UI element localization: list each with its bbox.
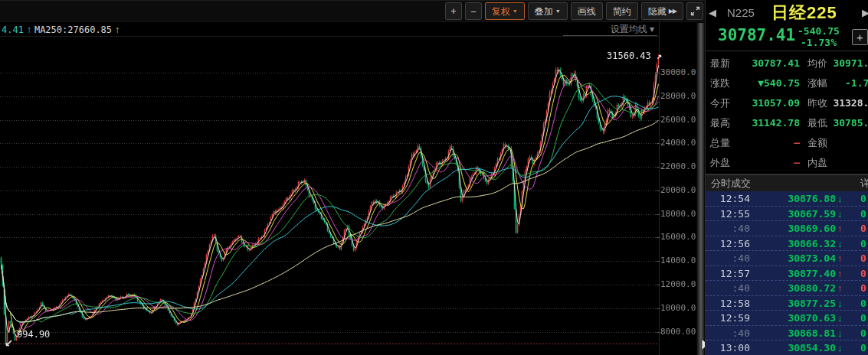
tape-detail-link[interactable]: 详情 — [860, 177, 868, 191]
quote-cell: 昨收31328.16 — [807, 93, 868, 113]
overlay-button[interactable]: 叠加▼ — [528, 2, 568, 20]
chevron-down-icon: ▼ — [513, 8, 518, 14]
tick-down-arrow-icon: ↓ — [837, 311, 850, 326]
tape-row[interactable]: 12:5430876.88↓0 — [706, 191, 868, 207]
quote-value: -1.73% — [830, 73, 868, 93]
tape-price: 30868.81 — [771, 326, 836, 341]
draw-line-button[interactable]: 画线 — [571, 2, 603, 20]
tape-row[interactable]: 12:5930870.63↓0 — [706, 311, 868, 326]
quote-value: 31328.16 — [830, 93, 868, 113]
tape-row[interactable]: 12:5830877.25↓0 — [706, 296, 868, 311]
up-arrow-icon: ↑ — [115, 24, 120, 35]
tape-time: :40 — [710, 251, 750, 266]
arrow-down-left-icon: ↙ — [5, 337, 13, 349]
y-axis-label: 12000.00 — [660, 279, 694, 289]
tape-price: 30869.60 — [771, 221, 836, 236]
quote-label: 金额 — [807, 133, 830, 153]
simple-mode-button[interactable]: 简约 — [606, 2, 638, 20]
adjust-price-button[interactable]: 复权▼ — [485, 2, 525, 20]
ma250-value: MA250:27660.85 — [34, 24, 112, 35]
tape-row[interactable]: :4030869.60↑0 — [706, 221, 868, 236]
tape-volume: 0 — [860, 251, 866, 266]
candlestick-chart[interactable] — [0, 37, 659, 355]
tape-price: 30873.04 — [771, 251, 836, 266]
tape-row[interactable]: :4030873.04↑0 — [706, 251, 868, 266]
chevron-down-icon: ▾ — [650, 24, 654, 34]
tape-row[interactable]: 12:5630866.32↓0 — [706, 236, 868, 252]
y-axis-label: 14000.00 — [660, 256, 694, 265]
quote-label: 昨收 — [807, 93, 830, 113]
y-axis-label: 18000.00 — [660, 209, 694, 219]
quote-cell: 总量— — [706, 133, 807, 153]
hide-button[interactable]: 隐藏▶▶ — [641, 2, 683, 20]
quote-cell: 外盘— — [706, 153, 807, 173]
tape-price: 30854.30 — [771, 340, 836, 355]
tape-volume: 0 — [860, 281, 866, 296]
quote-cell: 最低30785.98 — [807, 113, 868, 133]
next-symbol-button[interactable]: ▶ — [862, 7, 868, 19]
y-axis-label: 8000.00 — [660, 327, 694, 337]
tick-down-arrow-icon: ↓ — [837, 326, 850, 341]
quote-value: ▼540.75 — [736, 73, 807, 93]
y-axis-label: 26000.00 — [660, 115, 694, 125]
quote-label: 涨跌 — [706, 73, 736, 93]
tape-price: 30880.72 — [771, 281, 836, 296]
quote-label: 最新 — [706, 54, 736, 73]
tape-row[interactable]: :4030868.81↓0 — [706, 326, 868, 341]
tape-volume: 0 — [860, 296, 866, 311]
tape-volume: 0 — [860, 266, 866, 282]
tape-time: 13:00 — [710, 340, 750, 355]
ma-settings-link[interactable]: 设置均线 ▾ — [563, 23, 657, 36]
tape-volume: 0 — [860, 191, 866, 207]
price-change-percent: -1.73% — [801, 37, 837, 48]
quote-label: 最高 — [706, 113, 736, 133]
zoom-in-button[interactable]: + — [445, 2, 462, 20]
chart-toolbar: + − 复权▼ 叠加▼ 画线 简约 隐藏▶▶ — [0, 0, 705, 22]
prev-symbol-button[interactable]: ◀ — [709, 7, 719, 19]
tape-time: 12:56 — [710, 236, 750, 252]
quote-cell: 涨跌▼540.75 — [706, 73, 807, 93]
symbol-code: N225 — [727, 6, 755, 19]
tape-time: :40 — [710, 281, 750, 296]
tape-price: 30866.32 — [771, 236, 836, 252]
tape-title: 分时成交 — [711, 177, 751, 191]
tick-down-arrow-icon: ↓ — [837, 207, 850, 222]
fullscreen-button[interactable] — [686, 2, 703, 20]
quote-label: 总量 — [706, 133, 736, 153]
tick-up-arrow-icon: ↑ — [837, 266, 850, 282]
chevron-down-icon: ▼ — [555, 8, 561, 14]
symbol-name: 日经225 — [771, 2, 837, 24]
tape-row[interactable]: 12:5730877.40↑0 — [706, 266, 868, 282]
expand-icon — [690, 6, 700, 16]
tape-price: 30877.40 — [771, 266, 836, 282]
quote-value: 30785.98 — [830, 113, 868, 133]
tick-down-arrow-icon: ↓ — [837, 340, 850, 355]
tape-section-header: 分时成交 详情 — [706, 174, 868, 192]
stock-trading-app-window: + − 复权▼ 叠加▼ 画线 简约 隐藏▶▶ 4.41 ↑ MA250:2766… — [0, 0, 868, 355]
tape-time: 12:58 — [710, 296, 750, 311]
tape-row[interactable]: :4030880.72↑0 — [706, 281, 868, 296]
zoom-out-button[interactable]: − — [465, 2, 482, 20]
ma-legend: 4.41 ↑ MA250:27660.85 ↑ — [2, 24, 120, 36]
tick-down-arrow-icon: ↓ — [837, 191, 850, 207]
quote-label: 外盘 — [706, 153, 736, 173]
quote-cell: 均价30971.99 — [807, 54, 868, 73]
tape-price: 30867.59 — [771, 207, 836, 222]
y-axis-label: 24000.00 — [660, 138, 694, 148]
panel-splitter-scrollbar[interactable] — [696, 23, 705, 355]
tape-price: 30877.25 — [771, 296, 836, 311]
tick-down-arrow-icon: ↓ — [837, 296, 850, 311]
arrow-up-right-icon: ↗ — [657, 50, 662, 61]
up-arrow-icon: ↑ — [27, 24, 31, 35]
add-to-watchlist-button[interactable]: + — [852, 29, 868, 45]
tape-time: 12:59 — [710, 311, 750, 326]
y-axis-label: 10000.00 — [660, 303, 694, 313]
tape-time: 12:57 — [710, 266, 750, 282]
tape-row[interactable]: 12:5530867.59↓0 — [706, 207, 868, 222]
low-price-annotation: 994.90 — [17, 329, 50, 340]
last-price: 30787.41 — [718, 26, 795, 44]
tape-row[interactable]: 13:0030854.30↓0 — [706, 340, 868, 355]
quote-label: 均价 — [807, 54, 830, 73]
tape-price: 30876.88 — [771, 191, 836, 207]
y-axis-label: 30000.00 — [660, 67, 694, 77]
